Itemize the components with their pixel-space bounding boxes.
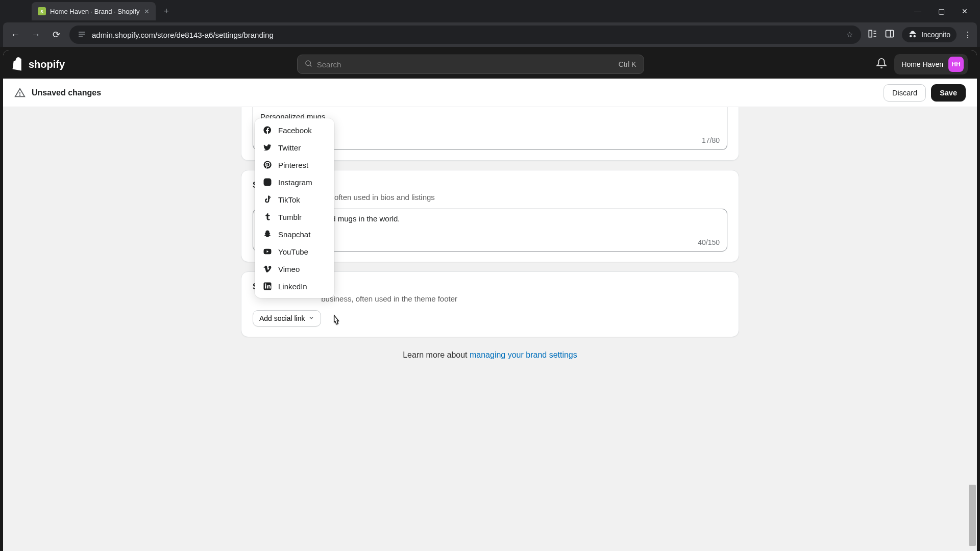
add-social-label: Add social link (259, 314, 305, 322)
contextual-save-bar: Unsaved changes Discard Save (3, 79, 977, 107)
add-social-link-button[interactable]: Add social link (253, 310, 321, 327)
reload-button[interactable]: ⟳ (49, 29, 63, 40)
tab-strip: s Home Haven · Brand · Shopify ✕ + — ▢ ✕ (0, 0, 980, 22)
social-option-snapchat[interactable]: Snapchat (258, 226, 331, 243)
search-icon (305, 60, 313, 69)
shopify-wordmark: shopify (29, 59, 65, 70)
menu-icon[interactable]: ⋮ (964, 30, 972, 40)
back-button[interactable]: ← (8, 30, 22, 40)
svg-point-18 (265, 284, 266, 285)
social-option-tumblr[interactable]: Tumblr (258, 208, 331, 226)
extensions-icon[interactable] (867, 29, 877, 41)
svg-point-9 (306, 61, 310, 65)
pinterest-icon (263, 160, 272, 169)
social-option-instagram[interactable]: Instagram (258, 173, 331, 191)
forward-button[interactable]: → (29, 30, 43, 40)
learn-more-link[interactable]: managing your brand settings (470, 350, 577, 359)
panel-icon[interactable] (885, 29, 895, 41)
social-option-tiktok[interactable]: TikTok (258, 191, 331, 208)
social-option-youtube[interactable]: YouTube (258, 243, 331, 260)
app-viewport: shopify Search Ctrl K Home Haven HH (0, 47, 980, 551)
browser-toolbar: ← → ⟳ admin.shopify.com/store/de8143-a6/… (3, 22, 977, 47)
svg-point-14 (266, 181, 269, 184)
twitter-icon (263, 143, 272, 152)
discard-button[interactable]: Discard (884, 84, 926, 102)
social-option-facebook[interactable]: Facebook (258, 121, 331, 139)
svg-rect-1 (79, 34, 85, 34)
new-tab-button[interactable]: + (160, 4, 174, 19)
instagram-icon (263, 178, 272, 187)
snapchat-icon (263, 230, 272, 239)
chevron-down-icon (308, 314, 314, 322)
tiktok-icon (263, 195, 272, 204)
close-window-icon[interactable]: ✕ (958, 7, 972, 15)
svg-rect-17 (265, 285, 266, 288)
unsaved-message: Unsaved changes (32, 88, 101, 97)
learn-more: Learn more about managing your brand set… (241, 350, 739, 360)
store-avatar: HH (948, 57, 964, 72)
incognito-label: Incognito (921, 31, 950, 39)
social-link-dropdown: Facebook Twitter Pinterest Instagram (255, 118, 334, 298)
bookmark-icon[interactable]: ☆ (846, 30, 853, 39)
search-placeholder: Search (317, 60, 341, 69)
notifications-icon[interactable] (876, 58, 887, 71)
tumblr-icon (263, 212, 272, 221)
maximize-icon[interactable]: ▢ (934, 7, 948, 15)
incognito-badge[interactable]: Incognito (902, 27, 957, 42)
site-info-icon[interactable] (78, 30, 86, 40)
search-bar[interactable]: Search Ctrl K (297, 55, 644, 74)
window-controls: — ▢ ✕ (911, 7, 980, 15)
svg-rect-0 (79, 32, 85, 32)
svg-rect-3 (869, 30, 872, 37)
shopify-favicon: s (38, 7, 46, 15)
linkedin-icon (263, 282, 272, 291)
svg-line-10 (310, 65, 311, 66)
svg-point-15 (269, 180, 270, 181)
browser-chrome: s Home Haven · Brand · Shopify ✕ + — ▢ ✕… (0, 0, 980, 47)
store-name: Home Haven (901, 60, 943, 68)
learn-more-prefix: Learn more about (403, 350, 470, 359)
vimeo-icon (263, 264, 272, 273)
scrollbar-thumb[interactable] (969, 485, 976, 546)
tab-title: Home Haven · Brand · Shopify (50, 8, 140, 15)
svg-rect-7 (886, 30, 894, 37)
youtube-icon (263, 247, 272, 256)
social-option-vimeo[interactable]: Vimeo (258, 260, 331, 278)
browser-tab[interactable]: s Home Haven · Brand · Shopify ✕ (32, 2, 156, 20)
social-option-twitter[interactable]: Twitter (258, 139, 331, 156)
social-option-linkedin[interactable]: LinkedIn (258, 278, 331, 295)
store-menu[interactable]: Home Haven HH (894, 54, 968, 74)
shopify-logo[interactable]: shopify (12, 57, 65, 71)
social-option-pinterest[interactable]: Pinterest (258, 156, 331, 173)
search-shortcut: Ctrl K (619, 60, 636, 68)
svg-rect-2 (79, 36, 83, 36)
save-button[interactable]: Save (931, 84, 966, 102)
alert-icon (14, 87, 26, 98)
url-text: admin.shopify.com/store/de8143-a6/settin… (92, 31, 274, 39)
close-tab-icon[interactable]: ✕ (144, 8, 150, 15)
app-topbar: shopify Search Ctrl K Home Haven HH (3, 50, 977, 79)
facebook-icon (263, 126, 272, 135)
address-bar[interactable]: admin.shopify.com/store/de8143-a6/settin… (69, 26, 861, 44)
social-desc: business, often used in the theme footer (321, 294, 457, 303)
content-scroll[interactable]: Personalized mugs 17/80 S Describe your … (3, 107, 977, 551)
svg-point-12 (20, 95, 20, 95)
minimize-icon[interactable]: — (911, 7, 925, 15)
